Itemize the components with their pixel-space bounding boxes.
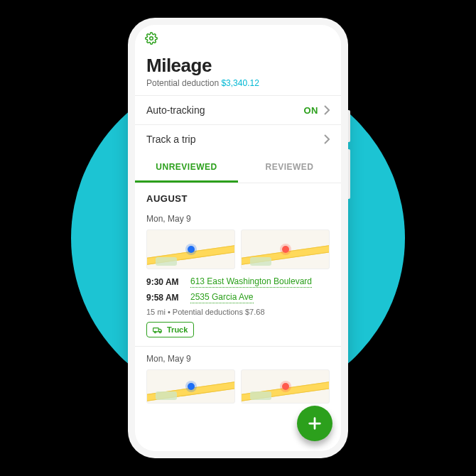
start-marker-icon	[188, 383, 195, 390]
app-screen: Mileage Potential deduction $3,340.12 Au…	[135, 25, 341, 451]
trip-maps	[146, 369, 330, 404]
page-subtitle: Potential deduction $3,340.12	[146, 78, 330, 88]
end-marker-icon	[282, 383, 289, 390]
header-bar	[135, 25, 341, 50]
deduction-value: $3,340.12	[221, 78, 259, 88]
chevron-right-icon	[324, 134, 330, 144]
auto-tracking-label: Auto-tracking	[146, 104, 205, 116]
map-end[interactable]	[241, 229, 330, 269]
trip-date: Mon, May 9	[146, 214, 330, 224]
map-start[interactable]	[146, 369, 235, 404]
chevron-right-icon	[324, 105, 330, 115]
auto-tracking-row[interactable]: Auto-tracking ON	[135, 95, 341, 124]
page-title: Mileage	[146, 55, 330, 77]
phone-side-button	[348, 110, 350, 142]
track-trip-row[interactable]: Track a trip	[135, 124, 341, 153]
end-marker-icon	[282, 246, 289, 253]
start-time: 9:30 AM	[146, 277, 182, 287]
month-header: AUGUST	[135, 183, 341, 207]
truck-icon	[153, 326, 163, 334]
svg-point-0	[150, 37, 153, 40]
start-marker-icon	[188, 246, 195, 253]
tab-unreviewed[interactable]: UNREVIEWED	[135, 153, 238, 183]
trip-card: Mon, May 9 9:30 AM 613 East Washington B…	[135, 207, 341, 347]
map-end[interactable]	[241, 369, 330, 404]
add-button[interactable]	[297, 406, 332, 441]
map-start[interactable]	[146, 229, 235, 269]
end-address[interactable]: 2535 Garcia Ave	[190, 292, 254, 303]
phone-side-button	[348, 149, 350, 199]
start-address[interactable]: 613 East Washington Boulevard	[190, 276, 312, 288]
auto-tracking-status: ON	[304, 105, 319, 116]
vehicle-label: Truck	[167, 325, 188, 334]
trip-meta: 15 mi • Potential deductions $7.68	[146, 308, 330, 316]
trip-start-line: 9:30 AM 613 East Washington Boulevard	[146, 276, 330, 288]
row-right: ON	[304, 105, 330, 116]
trip-card: Mon, May 9	[135, 347, 341, 404]
plus-icon	[307, 416, 323, 431]
tabs: UNREVIEWED REVIEWED	[135, 153, 341, 183]
svg-point-3	[159, 331, 161, 332]
deduction-label: Potential deduction	[146, 78, 221, 88]
end-time: 9:58 AM	[146, 293, 182, 303]
title-block: Mileage Potential deduction $3,340.12	[135, 50, 341, 95]
svg-point-2	[154, 331, 156, 332]
vehicle-tag[interactable]: Truck	[146, 322, 194, 337]
row-right	[324, 134, 330, 144]
trip-maps	[146, 229, 330, 269]
tab-reviewed[interactable]: REVIEWED	[238, 153, 341, 183]
track-trip-label: Track a trip	[146, 134, 196, 145]
gear-icon[interactable]	[145, 32, 158, 45]
trip-date: Mon, May 9	[146, 354, 330, 364]
trip-end-line: 9:58 AM 2535 Garcia Ave	[146, 292, 330, 303]
phone-frame: Mileage Potential deduction $3,340.12 Au…	[128, 18, 348, 458]
